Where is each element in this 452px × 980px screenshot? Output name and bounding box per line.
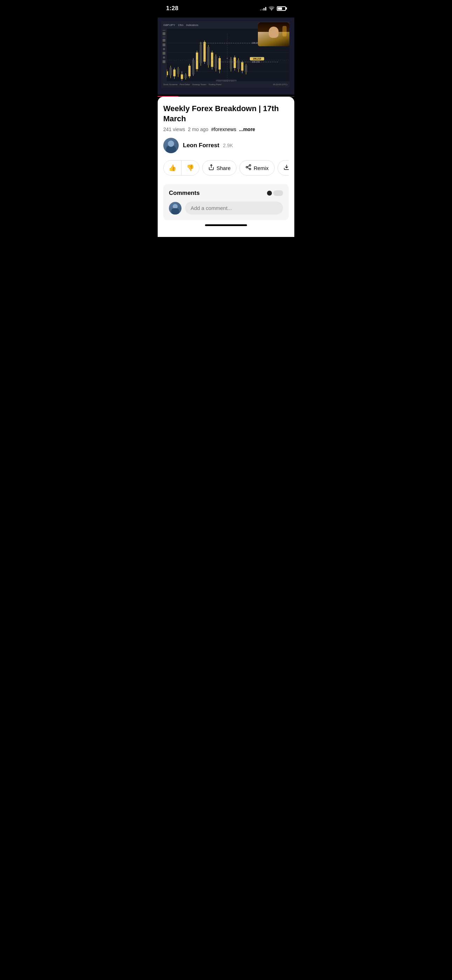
share-label: Share: [216, 165, 231, 171]
channel-name: Leon Forrest: [183, 142, 220, 149]
thumbs-down-icon: 👎: [186, 164, 194, 172]
channel-info: Leon Forrest 2.9K: [183, 142, 233, 149]
chart-bottom-toolbar: Stock Screener Pine Editor Strategy Test…: [161, 81, 290, 88]
status-time: 1:28: [166, 5, 178, 12]
remix-icon: [245, 164, 251, 172]
svg-rect-40: [234, 57, 236, 68]
wifi-icon: [268, 6, 275, 11]
time-ago: 2 mo ago: [188, 127, 208, 132]
dislike-button[interactable]: 👎: [181, 161, 199, 175]
toggle-track: [273, 190, 283, 196]
action-buttons: 👍 👎 Share: [163, 160, 289, 177]
signal-icon: [260, 6, 266, 11]
presenter-face: [258, 22, 290, 46]
thumbs-up-icon: 👍: [169, 164, 176, 172]
hashtag: #forexnews: [211, 127, 237, 132]
svg-rect-7: [170, 68, 172, 75]
download-button[interactable]: Download: [277, 160, 289, 176]
commenter-avatar: [169, 202, 181, 215]
comment-input[interactable]: [185, 202, 283, 215]
like-button[interactable]: 👍: [164, 161, 181, 175]
channel-row[interactable]: Leon Forrest 2.9K: [163, 138, 289, 153]
svg-point-58: [249, 168, 251, 170]
svg-rect-25: [204, 42, 206, 62]
video-player[interactable]: GBP/JPY 15m Indicators Replay: [158, 18, 294, 95]
home-indicator: [163, 220, 289, 229]
svg-rect-11: [177, 68, 179, 74]
comments-toggle[interactable]: [267, 190, 283, 196]
share-button[interactable]: Share: [202, 160, 237, 176]
toggle-dot: [267, 191, 272, 196]
status-bar: 1:28: [158, 0, 294, 15]
svg-rect-42: [237, 60, 239, 69]
svg-rect-27: [207, 47, 209, 65]
comments-title: Comments: [169, 189, 200, 197]
svg-rect-9: [173, 69, 175, 76]
svg-text:+: +: [226, 57, 228, 60]
channel-followers: 2.9K: [223, 143, 233, 148]
view-count: 241 views: [163, 127, 185, 132]
more-button[interactable]: ...more: [239, 127, 255, 132]
presenter-pip: [258, 22, 290, 46]
svg-rect-15: [185, 74, 187, 78]
home-bar: [205, 224, 247, 226]
comments-section: Comments: [163, 184, 289, 220]
status-icons: [260, 6, 286, 11]
download-icon: [283, 164, 289, 172]
channel-avatar[interactable]: [163, 138, 179, 153]
battery-icon: [277, 6, 286, 11]
bottom-area: [158, 237, 294, 342]
comment-input-row: [169, 202, 283, 215]
svg-rect-23: [200, 44, 202, 63]
like-dislike-group[interactable]: 👍 👎: [163, 160, 199, 176]
content-panel: Weekly Forex Breakdown | 17th March 241 …: [158, 97, 294, 237]
svg-rect-21: [196, 52, 198, 69]
remix-button[interactable]: Remix: [239, 160, 275, 176]
svg-line-60: [247, 166, 249, 167]
svg-text:196.215: 196.215: [253, 57, 261, 60]
video-meta: 241 views 2 mo ago #forexnews ...more: [163, 127, 289, 132]
svg-point-57: [246, 167, 248, 168]
svg-rect-44: [241, 62, 243, 71]
video-title: Weekly Forex Breakdown | 17th March: [163, 104, 289, 124]
svg-rect-46: [245, 65, 247, 72]
svg-text:196.200: 196.200: [251, 60, 260, 63]
svg-rect-31: [215, 56, 217, 68]
svg-rect-33: [219, 58, 221, 69]
chart-left-toolbar: [161, 29, 167, 88]
svg-rect-19: [192, 60, 194, 74]
share-icon: [208, 164, 215, 172]
video-container[interactable]: GBP/JPY 15m Indicators Replay: [158, 15, 294, 97]
comments-header: Comments: [169, 189, 283, 197]
remix-label: Remix: [254, 165, 269, 171]
svg-line-59: [247, 167, 249, 169]
svg-rect-17: [188, 66, 191, 76]
svg-point-56: [249, 165, 251, 167]
svg-rect-38: [230, 59, 232, 69]
svg-rect-13: [181, 74, 183, 79]
svg-rect-29: [211, 52, 213, 67]
